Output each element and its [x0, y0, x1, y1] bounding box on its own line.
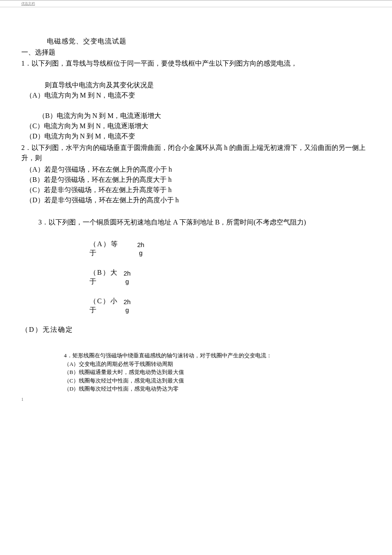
- q3-options: （A）等于 2h g （B）大于 2h g （C）小于 2h g: [89, 240, 371, 315]
- question-2: 2．以下列图，水平方向的磁场垂直于圆滑曲面，闭合小金属环从高 h 的曲面上端无初…: [21, 143, 371, 205]
- q3-option-d: （D）无法确定: [21, 325, 371, 334]
- q1-text: 1．以下列图，直导线与导线框位于同一平面，要使导线框中产生以下列图方向的感觉电流…: [21, 58, 371, 69]
- q1-option-c: （C）电流方向为 M 到 N，电流逐渐增大: [26, 121, 371, 131]
- section-header: 一、选择题: [21, 48, 371, 57]
- q4-option-a: （A）交变电流的周期必然等于线圈转动周期: [64, 360, 371, 368]
- fraction-numerator: 2h: [124, 299, 131, 305]
- page-content: 电磁感觉、交变电流试题 一、选择题 1．以下列图，直导线与导线框位于同一平面，要…: [0, 7, 392, 414]
- q2-option-a: （A）若是匀强磁场，环在左侧上升的高度小于 h: [26, 164, 371, 175]
- q1-subtext: 则直导线中电流方向及其变化状况是: [45, 80, 371, 90]
- q2-option-c: （C）若是非匀强磁场，环在左侧上升高度等于 h: [26, 185, 371, 195]
- q4-option-d: （D）线圈每次经过中性面，感觉电动势达为零: [64, 385, 371, 393]
- fraction-numerator: 2h: [124, 270, 131, 276]
- fraction-denominator: g: [125, 307, 129, 313]
- q3-b-fraction: 2h g: [124, 270, 131, 285]
- q3-option-a: （A）等于 2h g: [89, 240, 371, 258]
- q3-c-label: （C）小于: [89, 297, 120, 315]
- fraction-denominator: g: [125, 278, 129, 285]
- fraction-numerator: 2h: [137, 242, 144, 248]
- q1-option-d: （D）电流方向为 N 到 M，电流不变: [26, 131, 371, 141]
- fraction-denominator: g: [139, 250, 142, 256]
- q4-text: 4．矩形线圈在匀强磁场中绕垂直磁感线的轴匀速转动，对于线圈中产生的交变电流：: [64, 351, 371, 360]
- q1-option-a: （A）电流方向为 M 到 N，电流不变: [26, 90, 371, 101]
- doc-header: 优选文档: [0, 0, 392, 7]
- q2-option-b: （B）若是匀强磁场，环在左侧上升的高度大于 h: [26, 175, 371, 185]
- q4-option-b: （B）线圈磁通量最大时，感觉电动势达到最大值: [64, 368, 371, 377]
- question-4: 4．矩形线圈在匀强磁场中绕垂直磁感线的轴匀速转动，对于线圈中产生的交变电流： （…: [64, 351, 371, 393]
- q1-option-b: （B）电流方向为 N 到 M，电流逐渐增大: [38, 111, 371, 121]
- document-title: 电磁感觉、交变电流试题: [47, 37, 371, 46]
- page-number: 1: [21, 397, 23, 402]
- question-3: 3．以下列图，一个铜质圆环无初速地自地址 A 下落到地址 B，所需时间(不考虑空…: [38, 218, 371, 315]
- q3-a-label: （A）等于: [89, 240, 120, 258]
- q3-option-b: （B）大于 2h g: [89, 268, 371, 286]
- q3-text: 3．以下列图，一个铜质圆环无初速地自地址 A 下落到地址 B，所需时间(不考虑空…: [38, 218, 371, 227]
- q3-c-fraction: 2h g: [124, 299, 131, 313]
- doc-label: 优选文档: [21, 2, 35, 6]
- q3-a-fraction: 2h g: [137, 242, 144, 256]
- q2-option-d: （D）若是非匀强磁场，环在左侧上升的高度小于 h: [26, 195, 371, 205]
- q4-option-c: （C）线圈每次经过中性面，感觉电流达到最大值: [64, 377, 371, 385]
- question-1: 1．以下列图，直导线与导线框位于同一平面，要使导线框中产生以下列图方向的感觉电流…: [21, 58, 371, 141]
- q3-option-c: （C）小于 2h g: [89, 297, 371, 315]
- q2-text: 2．以下列图，水平方向的磁场垂直于圆滑曲面，闭合小金属环从高 h 的曲面上端无初…: [21, 143, 371, 163]
- q3-b-label: （B）大于: [89, 268, 120, 286]
